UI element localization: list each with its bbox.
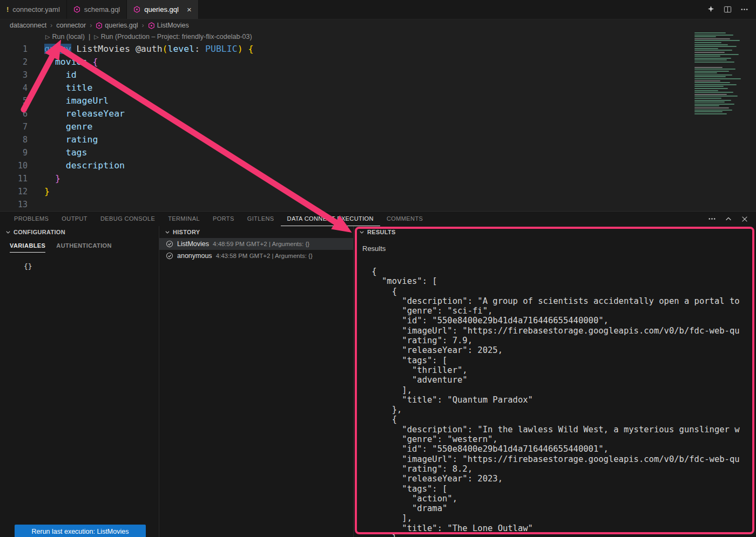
code-text: title (33, 81, 92, 94)
editor-line: 2 movies { (0, 56, 756, 69)
minimap-line (694, 96, 738, 97)
sparkle-icon[interactable] (707, 5, 715, 13)
code-text: id (33, 69, 77, 81)
history-title: HISTORY (173, 229, 200, 235)
editor-line: 8 rating (0, 133, 756, 146)
breadcrumb-item-ListMovies[interactable]: ListMovies (148, 22, 189, 29)
minimap-line (694, 58, 731, 59)
results-heading: Results (362, 244, 756, 253)
json-line: { (367, 267, 756, 276)
history-item[interactable]: ListMovies4:48:59 PM GMT+2 | Arguments: … (159, 238, 353, 250)
breadcrumb-separator: › (90, 22, 92, 29)
code-text: imageUrl (33, 94, 109, 107)
bottom-panel: PROBLEMSOUTPUTDEBUG CONSOLETERMINALPORTS… (0, 211, 756, 537)
editor-tab-bar: !connector.yamlschema.gqlqueries.gql× (0, 0, 756, 19)
editor-line: 7 genre (0, 120, 756, 133)
editor-line: 11 } (0, 172, 756, 185)
breadcrumb: dataconnect›connector›queries.gql›ListMo… (0, 19, 756, 31)
tab-authentication[interactable]: AUTHENTICATION (56, 242, 112, 253)
tab-connector.yaml[interactable]: !connector.yaml (0, 0, 67, 19)
configuration-header[interactable]: CONFIGURATION (0, 226, 159, 238)
json-line: { (367, 287, 756, 296)
minimap-line (694, 90, 718, 91)
run-production-link[interactable]: ▷ Run (Production – Project: friendly-fl… (94, 31, 252, 43)
minimap-line (694, 35, 733, 36)
panel-tab-debug-console[interactable]: DEBUG CONSOLE (94, 212, 161, 226)
code-text: description (33, 159, 125, 172)
minimap-line (694, 111, 723, 112)
line-number: 11 (0, 172, 33, 185)
close-icon[interactable]: × (187, 5, 192, 14)
breadcrumb-item-queries.gql[interactable]: queries.gql (96, 22, 138, 29)
codelens-divider: | (89, 31, 90, 43)
tab-queries.gql[interactable]: queries.gql× (127, 0, 198, 19)
json-line: "id": "550e8400e29b41d4a716446655440001"… (367, 444, 756, 454)
minimap-line (694, 36, 716, 37)
more-icon[interactable] (708, 215, 716, 223)
json-line: "title": "The Lone Outlaw" (367, 524, 756, 533)
line-number: 9 (0, 146, 33, 159)
json-line: "drama" (367, 504, 756, 513)
graphql-icon (148, 22, 155, 29)
split-editor-icon[interactable] (724, 5, 732, 13)
tab-variables[interactable]: VARIABLES (10, 242, 45, 253)
history-section: HISTORY ListMovies4:48:59 PM GMT+2 | Arg… (159, 226, 354, 537)
chevron-down-icon (165, 229, 170, 235)
panel-tab-ports[interactable]: PORTS (206, 212, 241, 226)
panel-tab-gitlens[interactable]: GITLENS (241, 212, 281, 226)
panel-tab-problems[interactable]: PROBLEMS (8, 212, 55, 226)
tab-label: queries.gql (144, 5, 179, 13)
minimap-line (694, 84, 737, 85)
panel-tab-data-connect-execution[interactable]: DATA CONNECT EXECUTION (281, 212, 380, 226)
more-icon[interactable] (740, 5, 748, 13)
minimap-line (694, 113, 727, 114)
editor-line: 12} (0, 185, 756, 198)
code-text: releaseYear (33, 107, 125, 120)
json-line: "description": "In the lawless Wild West… (367, 425, 756, 434)
breadcrumb-item-dataconnect[interactable]: dataconnect (10, 22, 46, 29)
code-editor[interactable]: ▷ Run (local) | ▷ Run (Production – Proj… (0, 31, 756, 212)
breadcrumb-separator: › (142, 22, 144, 29)
minimap-line (694, 104, 734, 105)
json-line: "adventure" (367, 375, 756, 385)
minimap-line (694, 105, 719, 106)
minimap-line (694, 71, 729, 72)
history-item-meta: 4:43:58 PM GMT+2 | Arguments: {} (216, 253, 313, 259)
minimap-line (694, 101, 725, 103)
minimap-line (694, 52, 725, 53)
editor-line: 13 (0, 198, 756, 211)
results-json[interactable]: { "movies": [ { "description": "A group … (354, 267, 756, 537)
history-item[interactable]: anonymous4:43:58 PM GMT+2 | Arguments: {… (159, 250, 353, 262)
line-number: 4 (0, 81, 33, 94)
variables-value[interactable]: {} (24, 262, 159, 270)
line-number: 12 (0, 185, 33, 198)
panel-tab-terminal[interactable]: TERMINAL (161, 212, 206, 226)
panel-tab-comments[interactable]: COMMENTS (380, 212, 429, 226)
close-icon[interactable] (741, 215, 748, 223)
line-number: 5 (0, 94, 33, 107)
history-header[interactable]: HISTORY (159, 226, 353, 238)
chevron-down-icon (5, 229, 11, 235)
json-line: "rating": 8.2, (367, 464, 756, 474)
code-text: } (33, 185, 50, 198)
chevron-up-icon[interactable] (725, 215, 732, 223)
play-icon: ▷ (94, 31, 98, 43)
breadcrumb-item-connector[interactable]: connector (56, 22, 86, 29)
run-local-link[interactable]: ▷ Run (local) (45, 31, 85, 43)
play-icon: ▷ (45, 31, 50, 43)
line-number: 7 (0, 120, 33, 133)
panel-tab-output[interactable]: OUTPUT (55, 212, 94, 226)
tab-schema.gql[interactable]: schema.gql (67, 0, 127, 19)
minimap-line (694, 48, 718, 49)
configuration-section: CONFIGURATION VARIABLES AUTHENTICATION {… (0, 226, 159, 537)
rerun-button[interactable]: Rerun last execution: ListMovies (15, 525, 146, 537)
results-header[interactable]: RESULTS (354, 226, 756, 238)
editor-line: 3 id (0, 69, 756, 81)
minimap[interactable] (693, 32, 756, 210)
history-list: ListMovies4:48:59 PM GMT+2 | Arguments: … (159, 238, 353, 262)
code-text: tags (33, 146, 87, 159)
json-line: "thriller", (367, 365, 756, 375)
minimap-line (694, 42, 721, 43)
breadcrumb-label: connector (56, 22, 86, 29)
panel-body: CONFIGURATION VARIABLES AUTHENTICATION {… (0, 226, 756, 537)
